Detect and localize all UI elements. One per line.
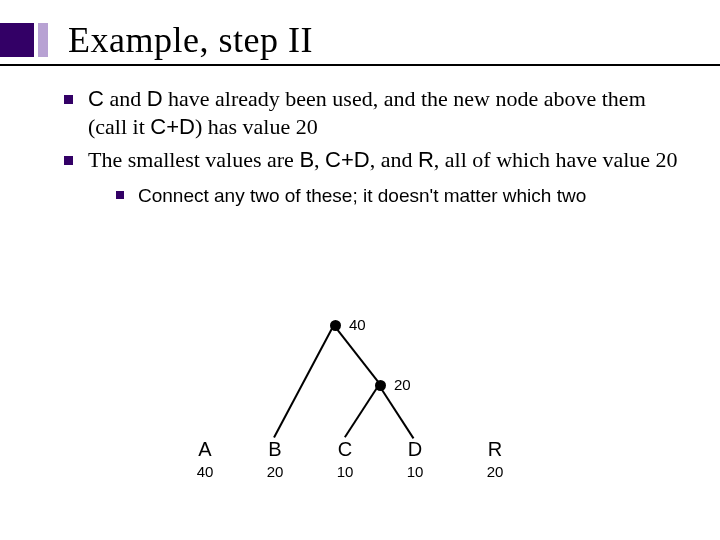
text: and: [104, 86, 147, 111]
slide-body: C and D have already been used, and the …: [60, 85, 680, 213]
leaf-b-value: 20: [250, 463, 300, 480]
accent-bar-light: [38, 23, 48, 57]
bullet-1: C and D have already been used, and the …: [60, 85, 680, 140]
edge-cd-c: [344, 384, 380, 438]
leaf-d-label: D: [390, 438, 440, 461]
leaf-a: A 40: [180, 438, 230, 480]
code-r: R: [418, 147, 434, 172]
leaf-c-label: C: [320, 438, 370, 461]
text: , all of which have value 20: [434, 147, 678, 172]
leaf-b: B 20: [250, 438, 300, 480]
leaf-a-label: A: [180, 438, 230, 461]
text: , and: [370, 147, 418, 172]
leaf-r: R 20: [470, 438, 520, 480]
bullet-2: The smallest values are B, C+D, and R, a…: [60, 146, 680, 207]
code-cd: C+D: [150, 114, 195, 139]
node-cd-value: 20: [394, 376, 411, 393]
leaf-d-value: 10: [390, 463, 440, 480]
leaf-r-label: R: [470, 438, 520, 461]
text: ,: [314, 147, 325, 172]
sub-bullet-list: Connect any two of these; it doesn't mat…: [88, 184, 680, 208]
edge-bcd-b: [273, 324, 335, 438]
slide: Example, step II C and D have already be…: [0, 0, 720, 540]
code-b: B: [299, 147, 314, 172]
edge-bcd-cd: [333, 325, 380, 384]
leaf-r-value: 20: [470, 463, 520, 480]
leaf-c-value: 10: [320, 463, 370, 480]
bullet-list: C and D have already been used, and the …: [60, 85, 680, 207]
leaf-b-label: B: [250, 438, 300, 461]
sub-bullet-1: Connect any two of these; it doesn't mat…: [88, 184, 680, 208]
text: The smallest values are: [88, 147, 299, 172]
leaf-a-value: 40: [180, 463, 230, 480]
leaf-d: D 10: [390, 438, 440, 480]
code-c: C: [88, 86, 104, 111]
title-bar: Example, step II: [0, 16, 313, 64]
tree-diagram: A 40 B 20 C 10 D 10 R 20 20 40: [180, 310, 560, 510]
leaf-c: C 10: [320, 438, 370, 480]
node-bcd-value: 40: [349, 316, 366, 333]
title-underline: [0, 64, 720, 66]
code-d: D: [147, 86, 163, 111]
accent-bar-dark: [0, 23, 34, 57]
code-cd: C+D: [325, 147, 370, 172]
text: ) has value 20: [195, 114, 318, 139]
edge-cd-d: [378, 385, 414, 439]
slide-title: Example, step II: [68, 19, 313, 61]
